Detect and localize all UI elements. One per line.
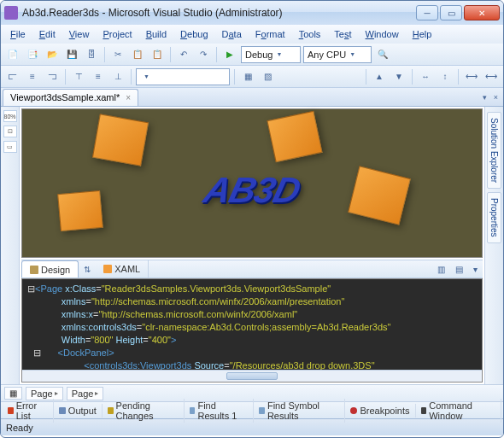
left-gutter: 80% ⊡ ▭: [1, 107, 20, 384]
tab-label: Viewport3dsSample.xaml*: [10, 92, 120, 102]
menu-view[interactable]: View: [63, 27, 96, 41]
close-button[interactable]: ✕: [464, 5, 500, 20]
new-project-icon[interactable]: 📄: [4, 46, 21, 63]
find-icon: [190, 407, 196, 414]
align-top-icon[interactable]: ⊤: [70, 68, 87, 85]
menu-help[interactable]: Help: [407, 27, 438, 41]
bottom-tool-windows: Error List Output Pending Changes Find R…: [1, 401, 503, 418]
menu-edit[interactable]: Edit: [33, 27, 62, 41]
designer-split-tabs: Design ⇅ XAML ▥ ▤ ▾: [21, 260, 483, 278]
output-icon: [59, 407, 66, 414]
paste-icon[interactable]: 📋: [149, 46, 166, 63]
toolwin-error-list[interactable]: Error List: [3, 399, 54, 423]
align-right-icon[interactable]: ⫎: [44, 68, 61, 85]
right-gutter: Solution Explorer Properties: [484, 107, 503, 384]
align-left-icon[interactable]: ⫍: [4, 68, 21, 85]
undo-icon[interactable]: ↶: [175, 46, 192, 63]
toolwin-find-symbol-results[interactable]: Find Symbol Results: [254, 399, 345, 423]
xaml-editor[interactable]: ⊟<Page x:Class="Reader3dsSamples.Viewpor…: [21, 278, 483, 383]
menu-tools[interactable]: Tools: [293, 27, 327, 41]
layout-toolbar: ⫍ ≡ ⫎ ⊤ ≡ ⊥ ▼ ▦ ▨ ▲ ▼ ↔ ↕ ⟷ ⟷: [1, 66, 503, 88]
panel-solution-explorer[interactable]: Solution Explorer: [487, 112, 501, 189]
tab-close-all-icon[interactable]: ×: [490, 93, 501, 102]
menu-data[interactable]: Data: [216, 27, 248, 41]
menu-window[interactable]: Window: [360, 27, 405, 41]
toolwin-find-results-1[interactable]: Find Results 1: [185, 399, 254, 423]
zoom-fit-icon[interactable]: ⊡: [3, 126, 17, 137]
toolwin-pending-changes[interactable]: Pending Changes: [103, 399, 185, 423]
menu-debug[interactable]: Debug: [174, 27, 214, 41]
menu-build[interactable]: Build: [140, 27, 173, 41]
config-combo[interactable]: Debug▼: [241, 46, 301, 63]
minimize-button[interactable]: ─: [416, 5, 438, 20]
design-tab-icon: [30, 266, 38, 274]
order-back-icon[interactable]: ▼: [390, 68, 407, 85]
align-middle-icon[interactable]: ≡: [90, 68, 107, 85]
collapse-pane-icon[interactable]: ▾: [468, 265, 483, 274]
window-title: Ab3d.Reader3ds - Microsoft Visual Studio…: [22, 7, 416, 19]
menu-test[interactable]: Test: [328, 27, 357, 41]
find-icon[interactable]: 🔍: [374, 46, 391, 63]
toolwin-breakpoints[interactable]: Breakpoints: [345, 404, 415, 418]
menubar: FFileile Edit View Project Build Debug D…: [1, 25, 503, 44]
platform-combo[interactable]: Any CPU▼: [303, 46, 372, 63]
zoom-display[interactable]: 80%: [3, 110, 17, 122]
save-all-icon[interactable]: 🗄: [83, 46, 100, 63]
cube-1: [92, 114, 149, 166]
align-bottom-icon[interactable]: ⊥: [109, 68, 126, 85]
xaml-tab-icon: [103, 265, 112, 273]
app-icon: [4, 6, 18, 20]
tab-viewport3ds-sample[interactable]: Viewport3dsSample.xaml* ×: [3, 89, 138, 106]
order-front-icon[interactable]: ▲: [371, 68, 388, 85]
add-item-icon[interactable]: 📑: [24, 46, 41, 63]
findsym-icon: [259, 407, 265, 414]
logo-3d-text: AB3D: [200, 170, 304, 211]
start-debug-icon[interactable]: ▶: [221, 46, 238, 63]
breadcrumb-page-2[interactable]: Page▸: [67, 387, 104, 400]
tab-close-icon[interactable]: ×: [126, 93, 131, 102]
toolwin-output[interactable]: Output: [54, 404, 103, 418]
size-width-icon[interactable]: ⟷: [463, 68, 480, 85]
document-tabs: Viewport3dsSample.xaml* × ▾ ×: [1, 88, 503, 107]
group-icon[interactable]: ▦: [239, 68, 256, 85]
toolwin-command-window[interactable]: Command Window: [416, 399, 502, 423]
maximize-button[interactable]: ▭: [440, 5, 462, 20]
cube-4: [349, 166, 412, 225]
design-surface[interactable]: AB3D: [21, 108, 483, 258]
editor-scrollbar[interactable]: [22, 370, 482, 382]
error-icon: [8, 407, 14, 414]
ungroup-icon[interactable]: ▨: [259, 68, 276, 85]
zoom-actual-icon[interactable]: ▭: [3, 141, 17, 153]
copy-icon[interactable]: 📋: [129, 46, 146, 63]
split-horizontal-icon[interactable]: ▥: [432, 265, 450, 274]
status-text: Ready: [6, 423, 33, 433]
tab-design[interactable]: Design: [21, 260, 79, 277]
cmd-icon: [421, 407, 427, 414]
menu-project[interactable]: Project: [97, 27, 138, 41]
split-vertical-icon[interactable]: ▤: [450, 265, 468, 274]
element-combo[interactable]: ▼: [136, 68, 230, 85]
breakpoint-icon: [350, 407, 357, 414]
cut-icon[interactable]: ✂: [109, 46, 126, 63]
redo-icon[interactable]: ↷: [195, 46, 212, 63]
menu-format[interactable]: Format: [249, 27, 291, 41]
menu-file[interactable]: FFileile: [4, 27, 32, 41]
tab-dropdown-icon[interactable]: ▾: [479, 93, 490, 102]
spacing-v-icon[interactable]: ↕: [437, 68, 454, 85]
tab-xaml[interactable]: XAML: [96, 260, 149, 277]
swap-panes-icon[interactable]: ⇅: [79, 265, 96, 274]
align-center-icon[interactable]: ≡: [24, 68, 41, 85]
main-toolbar: 📄 📑 📂 💾 🗄 ✂ 📋 📋 ↶ ↷ ▶ Debug▼ Any CPU▼ 🔍: [1, 44, 503, 66]
open-icon[interactable]: 📂: [44, 46, 61, 63]
cube-3: [57, 190, 103, 231]
save-icon[interactable]: 💾: [63, 46, 80, 63]
cube-2: [267, 111, 322, 163]
spacing-h-icon[interactable]: ↔: [417, 68, 434, 85]
titlebar: Ab3d.Reader3ds - Microsoft Visual Studio…: [1, 1, 503, 25]
size-height-icon[interactable]: ⟷: [483, 68, 500, 85]
pending-icon: [108, 407, 114, 414]
panel-properties[interactable]: Properties: [487, 192, 501, 243]
